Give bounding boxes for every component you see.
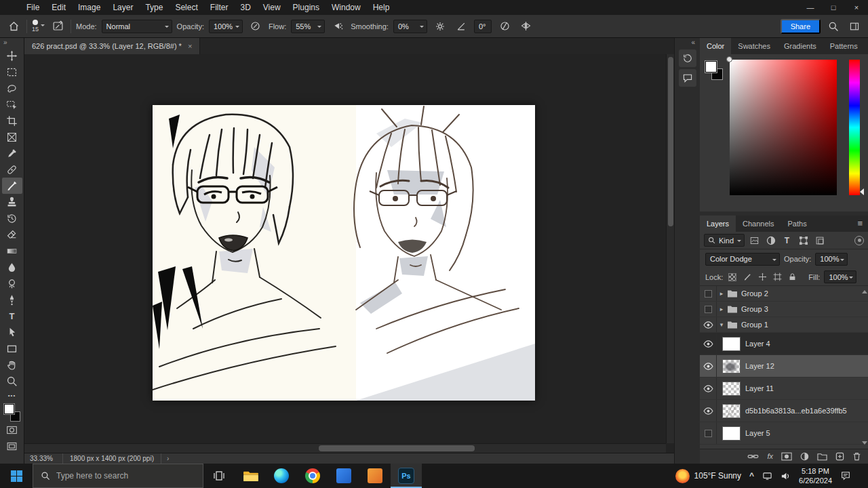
layer-row-hash[interactable]: d5b1b6a3813a...eb1a6e39ffb5 (700, 400, 868, 422)
chrome-button[interactable] (297, 464, 328, 488)
tab-patterns[interactable]: Patterns (823, 38, 865, 54)
toolbar-collapse-chevron[interactable]: » (0, 38, 7, 47)
layer-opacity-dropdown[interactable]: 100% (815, 253, 848, 266)
brush-angle-field[interactable]: 0° (474, 20, 492, 33)
tab-close-icon[interactable]: × (188, 42, 192, 50)
crop-tool[interactable] (2, 113, 22, 129)
horizontal-scrollbar[interactable] (24, 443, 666, 453)
vertical-scrollbar[interactable] (666, 54, 674, 443)
app-blue-button[interactable] (328, 464, 359, 488)
task-view-button[interactable] (203, 464, 235, 488)
path-selection-tool[interactable] (2, 324, 22, 340)
close-button[interactable]: × (845, 0, 868, 15)
search-button[interactable] (825, 18, 842, 35)
menu-edit[interactable]: Edit (45, 0, 72, 15)
hue-slider[interactable] (849, 60, 860, 195)
scroll-up-arrow-icon[interactable] (862, 287, 867, 293)
lasso-tool[interactable] (2, 80, 22, 96)
file-explorer-button[interactable] (235, 464, 266, 488)
airbrush-button[interactable] (330, 18, 346, 35)
layer-thumbnail[interactable] (722, 382, 741, 396)
hidden-icons-chevron[interactable]: ^ (749, 471, 754, 481)
type-tool[interactable]: T (2, 308, 22, 324)
foreground-color-swatch[interactable] (4, 404, 14, 414)
layer-row-layer-5[interactable]: Layer 5 (700, 422, 868, 445)
pressure-opacity-button[interactable] (248, 18, 264, 35)
eyedropper-tool[interactable] (2, 145, 22, 161)
layer-effects-button[interactable]: fx (767, 453, 773, 460)
layer-name[interactable]: Layer 11 (745, 384, 774, 392)
workspace-switcher-button[interactable] (846, 18, 863, 35)
tab-color[interactable]: Color (700, 38, 731, 54)
layer-thumbnail[interactable] (722, 359, 741, 373)
smoothing-options-button[interactable] (432, 18, 448, 35)
layer-row-layer-12[interactable]: Layer 12 (700, 355, 868, 378)
layer-name[interactable]: Group 1 (741, 321, 768, 329)
filter-smart-objects-button[interactable] (813, 235, 826, 247)
visibility-cell[interactable] (700, 286, 717, 301)
history-brush-tool[interactable] (2, 210, 22, 226)
search-input[interactable] (56, 471, 195, 481)
color-selection-marker[interactable] (726, 56, 732, 62)
tray-volume-icon-button[interactable] (781, 471, 791, 481)
taskbar-search[interactable] (33, 464, 203, 488)
zoom-level-field[interactable]: 33.33% (30, 455, 57, 462)
layer-row-layer-11[interactable]: Layer 11 (700, 378, 868, 400)
dodge-tool[interactable] (2, 275, 22, 291)
toggle-brush-settings-button[interactable] (50, 18, 66, 35)
opacity-dropdown[interactable]: 100% (209, 20, 243, 33)
layer-thumbnail[interactable] (722, 404, 741, 418)
move-tool[interactable] (2, 47, 22, 64)
clone-stamp-tool[interactable] (2, 194, 22, 210)
smoothing-dropdown[interactable]: 0% (393, 20, 427, 33)
layer-row-group-3[interactable]: ▸ Group 3 (700, 302, 868, 317)
menu-type[interactable]: Type (139, 0, 169, 15)
menu-help[interactable]: Help (367, 0, 396, 15)
symmetry-button[interactable] (517, 18, 534, 35)
taskbar-clock[interactable]: 5:18 PM 6/26/2024 (799, 466, 832, 486)
object-selection-tool[interactable] (2, 96, 22, 113)
brush-angle-button[interactable] (453, 18, 469, 35)
visibility-cell[interactable] (700, 378, 717, 399)
menu-select[interactable]: Select (169, 0, 203, 15)
edge-button[interactable] (266, 464, 297, 488)
canvas-viewport[interactable] (24, 54, 674, 453)
visibility-cell[interactable] (700, 422, 717, 444)
visibility-cell[interactable] (700, 317, 717, 332)
weather-widget[interactable]: 105°F Sunny (675, 469, 742, 483)
tab-paths[interactable]: Paths (781, 216, 814, 232)
home-button[interactable] (5, 18, 22, 35)
vertical-scrollbar-thumb[interactable] (668, 57, 673, 226)
menu-window[interactable]: Window (326, 0, 367, 15)
lock-pixels-button[interactable] (742, 272, 753, 283)
rectangle-tool[interactable] (2, 340, 22, 357)
menu-file[interactable]: File (20, 0, 45, 15)
visibility-cell[interactable] (700, 333, 717, 354)
delete-layer-button[interactable] (852, 452, 861, 461)
layer-row-layer-4[interactable]: Layer 4 (700, 333, 868, 355)
layer-name[interactable]: Group 2 (741, 289, 768, 298)
layer-name[interactable]: d5b1b6a3813a...eb1a6e39ffb5 (745, 407, 847, 415)
share-button[interactable]: Share (781, 19, 821, 34)
layers-panel-menu-icon[interactable]: ≡ (852, 216, 868, 232)
add-layer-mask-button[interactable] (781, 452, 792, 461)
menu-filter[interactable]: Filter (204, 0, 235, 15)
gradient-tool[interactable] (2, 243, 22, 259)
chevron-right-icon[interactable]: ▸ (717, 290, 726, 297)
new-layer-button[interactable] (835, 452, 844, 461)
menu-view[interactable]: View (257, 0, 287, 15)
screen-mode-button[interactable] (2, 438, 22, 454)
color-panel-menu-icon[interactable]: ≡ (865, 38, 868, 54)
flow-dropdown[interactable]: 55% (291, 20, 325, 33)
layer-name[interactable]: Layer 4 (745, 340, 770, 348)
menu-3d[interactable]: 3D (234, 0, 256, 15)
new-group-button[interactable] (817, 453, 827, 461)
canvas-document[interactable] (153, 105, 535, 401)
visibility-cell[interactable] (700, 355, 717, 377)
pressure-size-button[interactable] (496, 18, 513, 35)
expand-panels-chevron[interactable]: « (675, 38, 700, 47)
layer-list-scrollbar[interactable] (861, 286, 868, 449)
layer-row-group-1[interactable]: ▾ Group 1 (700, 317, 868, 333)
lock-position-button[interactable] (757, 272, 768, 283)
filter-adjustment-layers-button[interactable] (764, 235, 777, 247)
